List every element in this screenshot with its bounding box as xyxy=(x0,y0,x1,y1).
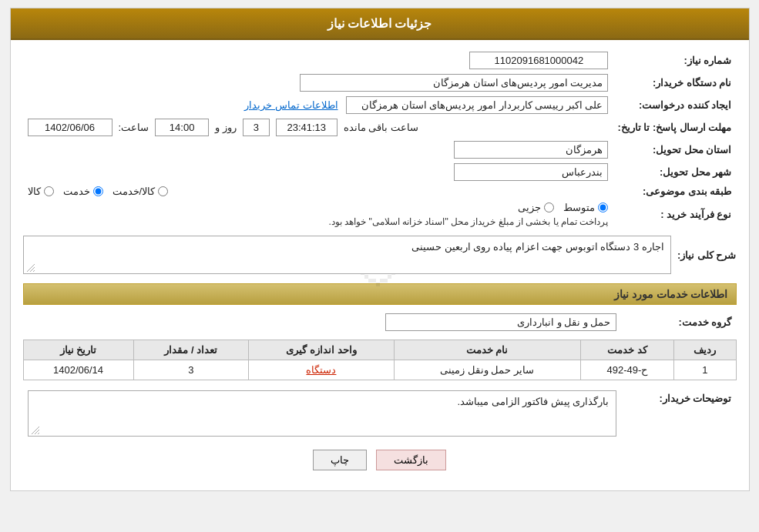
table-row: 1 ح-49-492 سایر حمل ونقل زمینی دستگاه 3 … xyxy=(23,360,736,380)
tabaqe-label: طبقه بندی موضوعی: xyxy=(613,183,736,199)
sharh-box: اجاره 3 دستگاه اتوبوس جهت اعزام پیاده رو… xyxy=(23,236,671,274)
ostan-value: هرمزگان xyxy=(23,139,613,161)
tamas-link[interactable]: اطلاعات تماس خریدار xyxy=(244,99,338,111)
services-section-title: اطلاعات خدمات مورد نیاز xyxy=(23,283,737,305)
noee-notice: پرداخت تمام یا بخشی از مبلغ خریداز محل "… xyxy=(28,216,609,227)
buttons-row: بازگشت چاپ xyxy=(23,450,737,470)
shomara-value: 1102091681000042 xyxy=(23,49,613,72)
remaining-label: ساعت باقی مانده xyxy=(344,122,418,133)
info-table: شماره نیاز: 1102091681000042 نام دستگاه … xyxy=(23,49,737,229)
shahr-label: شهر محل تحویل: xyxy=(613,161,736,183)
ijad-label: ایجاد کننده درخواست: xyxy=(613,94,736,116)
ostan-label: استان محل تحویل: xyxy=(613,139,736,161)
notes-box: بارگذاری پیش فاکتور الزامی میباشد. xyxy=(28,390,616,437)
vahed-link[interactable]: دستگاه xyxy=(306,364,336,376)
sharh-label: شرح کلی نیاز: xyxy=(677,249,737,261)
shahr-value: بندرعباس xyxy=(23,161,613,183)
print-button[interactable]: چاپ xyxy=(313,450,367,470)
dastgah-input: مدیریت امور پردیس‌های استان هرمزگان xyxy=(300,74,608,92)
cell-kod: ح-49-492 xyxy=(580,360,674,380)
rooz-label: روز و xyxy=(215,122,237,133)
notes-label: توضیحات خریدار: xyxy=(621,388,737,439)
radio-kala-label: کالا xyxy=(28,186,41,197)
radio-motevaset: متوسط xyxy=(563,202,608,213)
radio-motevaset-input[interactable] xyxy=(598,202,608,212)
radio-kala: کالا xyxy=(28,186,54,197)
radio-motevaset-label: متوسط xyxy=(563,202,595,213)
th-tarikh: تاریخ نیاز xyxy=(23,340,133,360)
mohlet-date: 1402/06/06 xyxy=(28,119,113,136)
sharh-row: شرح کلی نیاز: اجاره 3 دستگاه اتوبوس جهت … xyxy=(23,236,737,274)
ijad-input: علی اکبر رییسی کاربردار امور پردیس‌های ا… xyxy=(346,96,608,114)
radio-jozi-label: جزیی xyxy=(518,202,541,213)
radio-kala-input[interactable] xyxy=(44,186,54,196)
grooh-input: حمل و نقل و انبارداری xyxy=(385,313,616,331)
notes-table: توضیحات خریدار: بارگذاری پیش فاکتور الزا… xyxy=(23,388,737,439)
radio-jozi: جزیی xyxy=(518,202,554,213)
cell-tedad: 3 xyxy=(133,360,249,380)
notes-value: بارگذاری پیش فاکتور الزامی میباشد. xyxy=(23,388,621,439)
dastgah-label: نام دستگاه خریدار: xyxy=(613,72,736,94)
cell-radif: 1 xyxy=(674,360,736,380)
grooh-value: حمل و نقل و انبارداری xyxy=(23,311,621,333)
notes-text: بارگذاری پیش فاکتور الزامی میباشد. xyxy=(457,396,609,407)
th-tedad: تعداد / مقدار xyxy=(133,340,249,360)
dastgah-value: مدیریت امور پردیس‌های استان هرمزگان xyxy=(23,72,613,94)
tabaqe-value: کالا خدمت کالا/خدمت xyxy=(23,183,613,199)
cell-tarikh: 1402/06/14 xyxy=(23,360,133,380)
shahr-input: بندرعباس xyxy=(454,163,608,181)
back-button[interactable]: بازگشت xyxy=(376,450,446,470)
shomara-input: 1102091681000042 xyxy=(469,52,608,69)
saat-label: ساعت: xyxy=(119,122,149,133)
content-area: 🛡 شماره نیاز: 1102091681000042 نام دستگا… xyxy=(11,40,749,490)
th-radif: ردیف xyxy=(674,340,736,360)
radio-jozi-input[interactable] xyxy=(544,202,554,212)
mohlet-label: مهلت ارسال پاسخ: تا تاریخ: xyxy=(613,116,736,139)
mohlet-rooz: 3 xyxy=(243,119,270,136)
th-kod: کد خدمت xyxy=(580,340,674,360)
services-table: ردیف کد خدمت نام خدمت واحد اندازه گیری ت… xyxy=(23,340,737,380)
radio-kala-khedmat: کالا/خدمت xyxy=(113,186,169,197)
th-naam: نام خدمت xyxy=(394,340,580,360)
ostan-input: هرمزگان xyxy=(454,141,608,159)
grooh-label: گروه خدمت: xyxy=(621,311,737,333)
radio-khedmat-label: خدمت xyxy=(63,186,90,197)
radio-khedmat-input[interactable] xyxy=(93,186,103,196)
main-container: جزئیات اطلاعات نیاز 🛡 شماره نیاز: 110209… xyxy=(10,8,750,491)
radio-khedmat: خدمت xyxy=(63,186,103,197)
noee-value: جزیی متوسط پرداخت تمام یا بخشی از مبلغ خ… xyxy=(23,199,613,229)
cell-vahed: دستگاه xyxy=(249,360,395,380)
grooh-table: گروه خدمت: حمل و نقل و انبارداری xyxy=(23,311,737,333)
noee-label: نوع فرآیند خرید : xyxy=(613,199,736,229)
page-header: جزئیات اطلاعات نیاز xyxy=(11,8,749,40)
radio-kalakhedmat-input[interactable] xyxy=(158,186,168,196)
resize-handle[interactable] xyxy=(25,263,35,272)
sharh-container: اجاره 3 دستگاه اتوبوس جهت اعزام پیاده رو… xyxy=(23,236,671,274)
th-vahed: واحد اندازه گیری xyxy=(249,340,395,360)
sharh-text: اجاره 3 دستگاه اتوبوس جهت اعزام پیاده رو… xyxy=(411,241,664,253)
mohlet-saat: 14:00 xyxy=(155,119,209,136)
radio-kalakhedmat-label: کالا/خدمت xyxy=(113,186,156,197)
mohlet-remaining: 23:41:13 xyxy=(276,119,338,136)
page-title: جزئیات اطلاعات نیاز xyxy=(327,17,432,30)
mohlet-value: 1402/06/06 ساعت: 14:00 روز و 3 23:41:13 … xyxy=(23,116,613,139)
cell-naam: سایر حمل ونقل زمینی xyxy=(394,360,580,380)
shomara-label: شماره نیاز: xyxy=(613,49,736,72)
ijad-value: علی اکبر رییسی کاربردار امور پردیس‌های ا… xyxy=(23,94,613,116)
notes-resize[interactable] xyxy=(30,425,39,434)
